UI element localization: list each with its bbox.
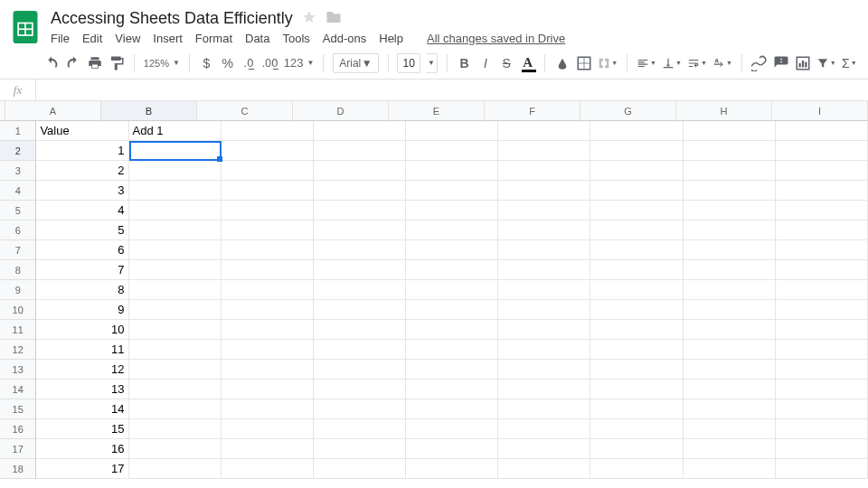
cell[interactable]	[406, 260, 498, 280]
cell[interactable]	[776, 340, 868, 360]
cell[interactable]	[590, 161, 683, 181]
star-icon[interactable]	[302, 10, 316, 28]
cell[interactable]	[776, 161, 868, 181]
cell[interactable]	[222, 260, 314, 280]
row-header[interactable]: 8	[0, 260, 36, 280]
cell[interactable]	[498, 439, 590, 459]
bold-icon[interactable]: B	[457, 53, 472, 73]
cell[interactable]	[129, 320, 222, 340]
cell[interactable]	[129, 141, 222, 161]
cell[interactable]: 7	[36, 260, 128, 280]
cell[interactable]	[314, 201, 406, 221]
cell[interactable]	[222, 360, 314, 380]
cell[interactable]: 5	[36, 221, 128, 240]
fill-color-icon[interactable]	[554, 53, 571, 73]
cell[interactable]	[590, 320, 683, 340]
redo-icon[interactable]	[65, 53, 81, 73]
cell[interactable]	[684, 240, 776, 260]
cell[interactable]	[498, 201, 590, 221]
cell[interactable]	[498, 419, 590, 439]
column-header-F[interactable]: F	[485, 101, 580, 121]
cell[interactable]	[776, 399, 868, 419]
cell[interactable]: 4	[36, 201, 128, 221]
cell[interactable]	[129, 280, 222, 300]
cell[interactable]	[222, 439, 314, 459]
cell[interactable]	[222, 161, 314, 181]
cell[interactable]	[498, 399, 590, 419]
cell[interactable]	[406, 161, 498, 181]
cell[interactable]	[498, 360, 590, 380]
cell[interactable]	[314, 340, 406, 360]
cell[interactable]	[129, 260, 222, 280]
cell[interactable]	[590, 221, 683, 240]
cell[interactable]	[314, 380, 406, 399]
cell[interactable]	[222, 320, 314, 340]
cell[interactable]	[314, 260, 406, 280]
cell[interactable]	[314, 459, 406, 479]
cell[interactable]	[590, 181, 683, 201]
cell[interactable]: 11	[36, 340, 128, 360]
cell[interactable]: 6	[36, 240, 128, 260]
cell[interactable]	[684, 300, 776, 320]
cell[interactable]: 13	[36, 380, 128, 399]
cell[interactable]	[406, 320, 498, 340]
text-rotation-icon[interactable]: ▼	[712, 53, 732, 73]
row-header[interactable]: 18	[0, 459, 36, 479]
row-header[interactable]: 17	[0, 439, 36, 459]
row-header[interactable]: 10	[0, 300, 36, 320]
cell[interactable]	[776, 181, 868, 201]
cell[interactable]	[776, 280, 868, 300]
cell[interactable]: 14	[36, 399, 128, 419]
row-header[interactable]: 5	[0, 201, 36, 221]
cell[interactable]	[684, 141, 776, 161]
row-header[interactable]: 2	[0, 141, 36, 161]
cell[interactable]	[222, 459, 314, 479]
cell[interactable]	[684, 380, 776, 399]
cell[interactable]	[406, 380, 498, 399]
column-header-H[interactable]: H	[676, 101, 772, 121]
cell[interactable]	[222, 380, 314, 399]
cell[interactable]	[498, 459, 590, 479]
text-wrap-icon[interactable]: ▼	[687, 53, 707, 73]
number-format-dropdown[interactable]: 123▼	[284, 56, 315, 70]
text-color-icon[interactable]: A	[520, 53, 535, 73]
menu-insert[interactable]: Insert	[153, 32, 183, 45]
cell[interactable]	[406, 399, 498, 419]
cell[interactable]	[129, 459, 222, 479]
cell[interactable]	[776, 121, 868, 141]
cell[interactable]	[684, 221, 776, 240]
column-header-B[interactable]: B	[101, 101, 197, 121]
increase-decimal-icon[interactable]: .00̲	[262, 53, 278, 73]
insert-comment-icon[interactable]	[773, 53, 789, 73]
cell[interactable]	[129, 161, 222, 181]
row-header[interactable]: 13	[0, 360, 36, 380]
cell[interactable]	[222, 340, 314, 360]
cell[interactable]	[406, 280, 498, 300]
cell[interactable]	[406, 419, 498, 439]
cell[interactable]	[222, 181, 314, 201]
cell[interactable]	[406, 141, 498, 161]
cell[interactable]	[314, 399, 406, 419]
undo-icon[interactable]	[43, 53, 60, 73]
cell[interactable]	[590, 260, 683, 280]
doc-title[interactable]: Accessing Sheets Data Efficiently	[51, 9, 293, 28]
cell[interactable]	[684, 459, 776, 479]
cell[interactable]	[776, 419, 868, 439]
cell[interactable]	[590, 380, 683, 399]
currency-icon[interactable]: $	[199, 53, 214, 73]
font-family-dropdown[interactable]: Arial▼	[333, 53, 378, 73]
menu-edit[interactable]: Edit	[82, 32, 102, 45]
cell[interactable]	[684, 280, 776, 300]
cell[interactable]	[498, 280, 590, 300]
cell[interactable]	[684, 320, 776, 340]
cell[interactable]	[406, 201, 498, 221]
cell[interactable]	[684, 161, 776, 181]
cell[interactable]	[222, 240, 314, 260]
cell[interactable]: 8	[36, 280, 128, 300]
cell[interactable]	[498, 121, 590, 141]
cell[interactable]	[498, 141, 590, 161]
cell[interactable]	[314, 121, 406, 141]
cell[interactable]	[129, 439, 222, 459]
cell[interactable]	[776, 360, 868, 380]
column-header-E[interactable]: E	[389, 101, 485, 121]
